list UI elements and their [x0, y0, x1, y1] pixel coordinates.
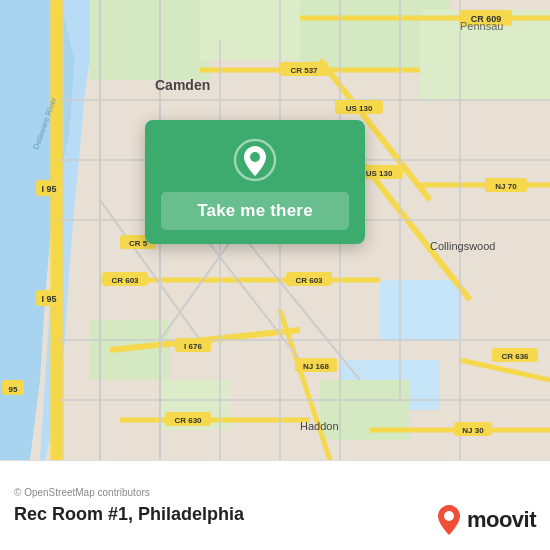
- svg-text:CR 630: CR 630: [174, 416, 202, 425]
- svg-text:CR 537: CR 537: [290, 66, 318, 75]
- svg-text:I 676: I 676: [184, 342, 202, 351]
- location-pin-icon: [233, 138, 277, 182]
- svg-text:Pennsau: Pennsau: [460, 20, 503, 32]
- moovit-logo: moovit: [435, 504, 536, 536]
- svg-text:Haddon: Haddon: [300, 420, 339, 432]
- svg-rect-5: [90, 0, 210, 80]
- svg-text:NJ 70: NJ 70: [495, 182, 517, 191]
- svg-text:I 95: I 95: [41, 294, 56, 304]
- svg-text:95: 95: [9, 385, 18, 394]
- map-container: Delaware River CR 609 CR 537 US 130 US 1…: [0, 0, 550, 460]
- svg-text:I 95: I 95: [41, 184, 56, 194]
- svg-text:NJ 30: NJ 30: [462, 426, 484, 435]
- svg-text:CR 603: CR 603: [295, 276, 323, 285]
- svg-text:CR 603: CR 603: [111, 276, 139, 285]
- bottom-bar: © OpenStreetMap contributors Rec Room #1…: [0, 460, 550, 550]
- svg-text:US 130: US 130: [366, 169, 393, 178]
- svg-point-80: [444, 511, 454, 521]
- svg-rect-6: [200, 0, 300, 60]
- svg-text:Collingswood: Collingswood: [430, 240, 495, 252]
- svg-rect-13: [50, 0, 64, 460]
- svg-rect-3: [380, 280, 460, 340]
- moovit-logo-pin-icon: [435, 504, 463, 536]
- moovit-brand-text: moovit: [467, 507, 536, 533]
- svg-text:NJ 168: NJ 168: [303, 362, 329, 371]
- svg-text:CR 5: CR 5: [129, 239, 148, 248]
- take-me-there-button[interactable]: Take me there: [161, 192, 349, 230]
- location-popup: Take me there: [145, 120, 365, 244]
- svg-text:Camden: Camden: [155, 77, 210, 93]
- svg-point-79: [250, 152, 260, 162]
- osm-attribution: © OpenStreetMap contributors: [14, 487, 536, 498]
- svg-text:US 130: US 130: [346, 104, 373, 113]
- svg-text:CR 636: CR 636: [501, 352, 529, 361]
